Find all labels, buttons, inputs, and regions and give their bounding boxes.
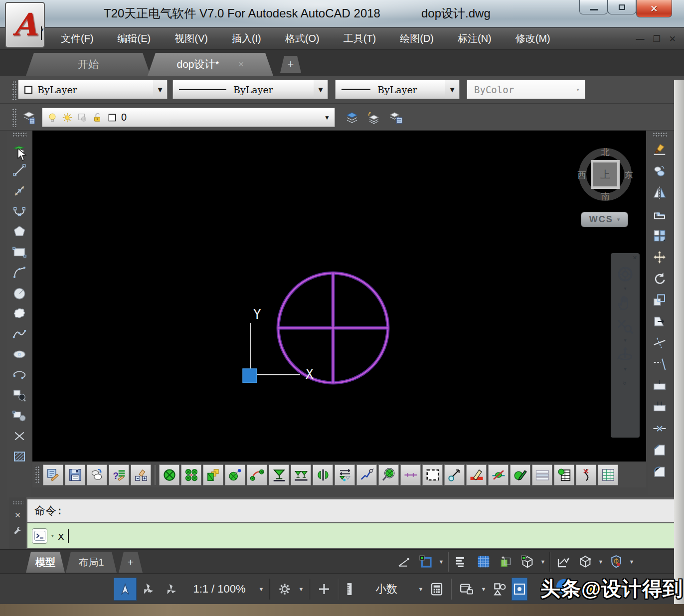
- wcs-button[interactable]: WCS ▾: [581, 212, 628, 227]
- new-tab-button[interactable]: +: [280, 56, 301, 73]
- close-button[interactable]: ✕: [636, 0, 672, 17]
- dropdown-arrow-icon[interactable]: ▼: [153, 80, 167, 99]
- doc-close-icon[interactable]: ✕: [669, 34, 676, 44]
- layer-on-bulb-icon[interactable]: [46, 112, 58, 124]
- tz-wire-cut-button[interactable]: [488, 464, 509, 485]
- tz-wire-lead-button[interactable]: [356, 464, 377, 485]
- match-properties-button[interactable]: [649, 140, 670, 160]
- toolbar-grip[interactable]: [35, 466, 40, 484]
- dropdown-arrow-icon[interactable]: ▼: [314, 80, 328, 99]
- layer-translate-button[interactable]: [386, 108, 406, 127]
- lineweight-dropdown[interactable]: ByLayer ▼: [335, 80, 460, 99]
- tz-copy-layer-button[interactable]: [87, 464, 107, 485]
- copy-button[interactable]: [649, 161, 670, 181]
- viewcube-east[interactable]: 东: [624, 169, 634, 181]
- fillet-button[interactable]: [649, 461, 670, 481]
- pan-hand-icon[interactable]: [614, 292, 636, 314]
- tab-model[interactable]: 模型: [26, 552, 65, 573]
- tz-device-check-button[interactable]: [378, 464, 399, 485]
- layer-color-swatch-icon[interactable]: [106, 112, 118, 124]
- dropdown-arrow-icon[interactable]: ▼: [627, 559, 636, 565]
- menu-item[interactable]: 工具(T): [332, 32, 388, 45]
- layer-freeze-sun-icon[interactable]: [61, 112, 73, 124]
- object-snap-button[interactable]: [415, 551, 437, 573]
- command-close-icon[interactable]: ✕: [14, 511, 21, 520]
- tz-device-edit-button[interactable]: [510, 464, 530, 485]
- drawing-canvas[interactable]: Y X 北 南 西 东 上 WCS ▾ ✕ ▾ ▾ ▾: [32, 131, 646, 462]
- scale-button[interactable]: [649, 290, 670, 310]
- menu-item[interactable]: 格式(O): [273, 32, 332, 45]
- ellipse-button[interactable]: [9, 344, 30, 364]
- navbar-dropdown-icon[interactable]: ▾: [624, 286, 626, 291]
- minimize-button[interactable]: [579, 0, 608, 14]
- tz-wire-draw-button[interactable]: [400, 464, 421, 485]
- tz-wire-delete-button[interactable]: [576, 464, 596, 485]
- command-grip[interactable]: [12, 501, 23, 505]
- tz-device-wire-button[interactable]: [225, 464, 245, 485]
- dropdown-arrow-icon[interactable]: ▼: [538, 559, 547, 565]
- ellipse-arc-button[interactable]: [9, 364, 30, 385]
- menu-item[interactable]: 文件(F): [49, 32, 106, 45]
- tz-layer-control-button[interactable]: [131, 464, 151, 485]
- rectangle-button[interactable]: [9, 242, 30, 262]
- hatch-button[interactable]: [9, 446, 30, 466]
- layer-viewport-icon[interactable]: [76, 112, 88, 124]
- toolbar-grip[interactable]: [12, 81, 16, 100]
- quick-properties-button[interactable]: [495, 551, 516, 573]
- layer-lock-icon[interactable]: [91, 112, 103, 124]
- menu-item[interactable]: 插入(I): [220, 32, 273, 45]
- polygon-button[interactable]: [9, 221, 30, 242]
- annotation-monitor-button[interactable]: [605, 551, 627, 573]
- command-customize-icon[interactable]: [12, 526, 23, 539]
- menu-item[interactable]: 视图(V): [163, 32, 220, 45]
- linetype-dropdown[interactable]: ByLayer ▼: [172, 80, 328, 99]
- extend-button[interactable]: [649, 354, 670, 374]
- orbit-icon[interactable]: [614, 344, 636, 366]
- tz-select-box-button[interactable]: [422, 464, 443, 485]
- layer-previous-button[interactable]: [364, 108, 384, 127]
- navbar-dropdown-icon[interactable]: ▾: [624, 367, 626, 372]
- hardware-accel-button[interactable]: [512, 578, 527, 601]
- dropdown-arrow-icon[interactable]: ▼: [445, 80, 459, 99]
- units-display[interactable]: 小数: [357, 578, 416, 601]
- dropdown-arrow-icon[interactable]: ▼: [256, 586, 266, 592]
- menu-item[interactable]: 标注(N): [446, 32, 504, 45]
- command-input-value[interactable]: x: [58, 530, 64, 542]
- mirror-button[interactable]: [649, 182, 670, 203]
- doc-restore-icon[interactable]: ❐: [653, 34, 661, 44]
- tz-arc-wire-button[interactable]: [247, 464, 267, 485]
- tz-table-rows-button[interactable]: [532, 464, 552, 485]
- rotate-button[interactable]: [649, 268, 670, 289]
- steering-wheel-icon[interactable]: [614, 263, 636, 285]
- polyline-button[interactable]: [9, 201, 30, 221]
- maximize-button[interactable]: [608, 0, 636, 14]
- tz-erase-button[interactable]: [466, 464, 487, 485]
- dropdown-arrow-icon[interactable]: ▼: [479, 586, 489, 592]
- tz-device-array-button[interactable]: [181, 464, 201, 485]
- plot-style-dropdown[interactable]: ByColor ▾: [467, 80, 585, 99]
- tz-wire-table-button[interactable]: [598, 464, 618, 485]
- command-input-line[interactable]: ▾ x: [27, 523, 683, 548]
- selection-cycling-button[interactable]: [516, 551, 538, 573]
- app-menu-button[interactable]: A ▾: [5, 2, 45, 48]
- dropdown-arrow-icon[interactable]: ▼: [596, 559, 605, 565]
- crosshair-plus-button[interactable]: [313, 578, 335, 601]
- arc-button[interactable]: [9, 262, 30, 283]
- command-prompt-icon[interactable]: [32, 528, 47, 544]
- offset-button[interactable]: [649, 204, 670, 224]
- isometric-drafting-button[interactable]: [393, 551, 415, 573]
- window-lock-button[interactable]: [455, 578, 479, 601]
- spline-button[interactable]: [9, 323, 30, 344]
- workspace-gear-button[interactable]: [273, 578, 296, 601]
- make-block-button[interactable]: [9, 405, 30, 426]
- tz-device-insert-button[interactable]: [159, 464, 179, 485]
- dropdown-arrow-icon[interactable]: ▼: [416, 586, 426, 592]
- annotation_scale-display[interactable]: 1:1 / 100%: [182, 578, 256, 601]
- annotation-visibility-button[interactable]: [114, 578, 137, 601]
- tz-lamp-array-button[interactable]: [291, 464, 311, 485]
- tz-settings-button[interactable]: [43, 464, 63, 485]
- zoom-icon[interactable]: [614, 315, 636, 337]
- viewcube-south[interactable]: 南: [600, 191, 610, 202]
- tab-start[interactable]: 开始: [26, 53, 151, 76]
- chamfer-button[interactable]: [649, 440, 670, 460]
